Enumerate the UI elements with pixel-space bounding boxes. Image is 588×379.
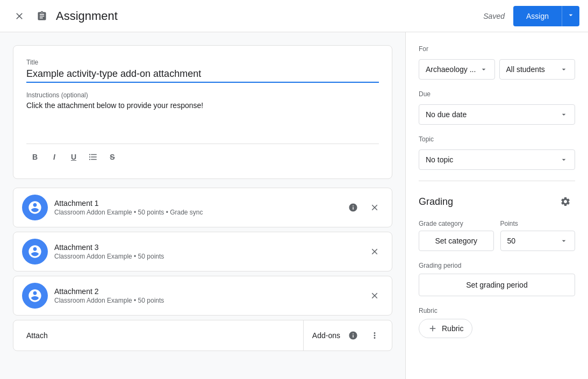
attachment-item: Attachment 1 Classroom Addon Example • 5… bbox=[13, 188, 392, 227]
attachment-3-name: Attachment 3 bbox=[54, 243, 360, 252]
header: Assignment Saved Assign bbox=[0, 0, 588, 32]
attachment-2-actions bbox=[366, 287, 383, 304]
assignment-icon bbox=[32, 6, 52, 26]
saved-status: Saved bbox=[483, 12, 505, 20]
page-title: Assignment bbox=[56, 9, 483, 23]
bottom-bar: Attach Add-ons bbox=[13, 320, 392, 351]
addons-section: Add-ons bbox=[303, 320, 392, 351]
topic-dropdown[interactable]: No topic bbox=[419, 149, 575, 170]
divider bbox=[419, 181, 575, 181]
attachment-1-info-button[interactable] bbox=[345, 199, 362, 216]
grading-period-label: Grading period bbox=[419, 262, 575, 269]
attachment-3-icon bbox=[22, 239, 48, 264]
attachment-3-info: Attachment 3 Classroom Addon Example • 5… bbox=[54, 243, 360, 260]
title-label: Title bbox=[26, 59, 379, 66]
italic-button[interactable]: I bbox=[46, 148, 63, 166]
set-grading-period-button[interactable]: Set grading period bbox=[419, 274, 575, 296]
left-panel: Title Instructions (optional) Click the … bbox=[0, 32, 405, 379]
grading-title: Grading bbox=[419, 196, 453, 208]
students-dropdown[interactable]: All students bbox=[499, 59, 576, 80]
points-value: 50 bbox=[507, 237, 516, 245]
list-button[interactable] bbox=[84, 148, 102, 166]
add-rubric-button[interactable]: Rubric bbox=[419, 319, 472, 338]
grade-row: Grade category Set category Points 50 bbox=[419, 220, 575, 251]
instructions-input[interactable]: Click the attachment below to provide yo… bbox=[26, 101, 379, 133]
topic-value: No topic bbox=[426, 155, 453, 164]
topic-label: Topic bbox=[419, 135, 575, 143]
bold-button[interactable]: B bbox=[26, 148, 44, 166]
attachment-2-remove-button[interactable] bbox=[366, 287, 383, 304]
attachment-3-remove-button[interactable] bbox=[366, 243, 383, 260]
instructions-field-group: Instructions (optional) Click the attach… bbox=[26, 91, 379, 135]
set-category-button[interactable]: Set category bbox=[419, 231, 494, 251]
grade-category-label: Grade category bbox=[419, 220, 494, 227]
grade-points-col: Points 50 bbox=[500, 220, 576, 251]
addons-info-button[interactable] bbox=[345, 327, 362, 344]
strikethrough-button[interactable]: S bbox=[104, 148, 121, 166]
attachment-1-subtitle: Classroom Addon Example • 50 points • Gr… bbox=[54, 209, 338, 216]
form-card: Title Instructions (optional) Click the … bbox=[13, 45, 392, 179]
attachment-item: Attachment 2 Classroom Addon Example • 5… bbox=[13, 276, 392, 316]
attachment-2-subtitle: Classroom Addon Example • 50 points bbox=[54, 297, 360, 304]
points-label: Points bbox=[500, 220, 576, 227]
students-value: All students bbox=[506, 65, 545, 74]
attachment-1-actions bbox=[345, 199, 383, 216]
title-field-group: Title bbox=[26, 59, 379, 83]
attachment-3-actions bbox=[366, 243, 383, 260]
attachment-1-name: Attachment 1 bbox=[54, 199, 338, 208]
for-label: For bbox=[419, 45, 575, 53]
attachment-2-name: Attachment 2 bbox=[54, 287, 360, 296]
rubric-label: Rubric bbox=[419, 307, 575, 314]
due-dropdown[interactable]: No due date bbox=[419, 104, 575, 125]
attachment-item: Attachment 3 Classroom Addon Example • 5… bbox=[13, 232, 392, 271]
right-panel: For Archaeology ... All students Due No … bbox=[405, 32, 588, 379]
grading-header: Grading bbox=[419, 192, 575, 211]
attachment-2-info: Attachment 2 Classroom Addon Example • 5… bbox=[54, 287, 360, 304]
attachments-list: Attachment 1 Classroom Addon Example • 5… bbox=[13, 188, 392, 316]
add-rubric-label: Rubric bbox=[442, 324, 463, 333]
title-input[interactable] bbox=[26, 68, 379, 83]
attach-button[interactable]: Attach bbox=[13, 320, 303, 351]
close-button[interactable] bbox=[9, 5, 30, 27]
for-dropdowns: Archaeology ... All students bbox=[419, 59, 575, 80]
assign-button[interactable]: Assign bbox=[513, 6, 562, 26]
underline-button[interactable]: U bbox=[65, 148, 82, 166]
attachment-1-info: Attachment 1 Classroom Addon Example • 5… bbox=[54, 199, 338, 216]
class-dropdown[interactable]: Archaeology ... bbox=[419, 59, 495, 80]
attachment-1-icon bbox=[22, 195, 48, 220]
class-value: Archaeology ... bbox=[426, 65, 476, 74]
instructions-label: Instructions (optional) bbox=[26, 91, 379, 99]
addons-more-button[interactable] bbox=[366, 327, 383, 344]
grading-settings-button[interactable] bbox=[556, 192, 575, 211]
attachment-3-subtitle: Classroom Addon Example • 50 points bbox=[54, 253, 360, 260]
grade-category-col: Grade category Set category bbox=[419, 220, 494, 251]
due-label: Due bbox=[419, 90, 575, 98]
text-toolbar: B I U S bbox=[26, 144, 379, 166]
points-dropdown[interactable]: 50 bbox=[500, 231, 576, 251]
addons-label: Add-ons bbox=[312, 331, 340, 340]
attachment-2-icon bbox=[22, 283, 48, 309]
due-value: No due date bbox=[426, 110, 467, 119]
attachment-1-remove-button[interactable] bbox=[366, 199, 383, 216]
main-layout: Title Instructions (optional) Click the … bbox=[0, 32, 588, 379]
assign-dropdown-button[interactable] bbox=[562, 6, 579, 26]
